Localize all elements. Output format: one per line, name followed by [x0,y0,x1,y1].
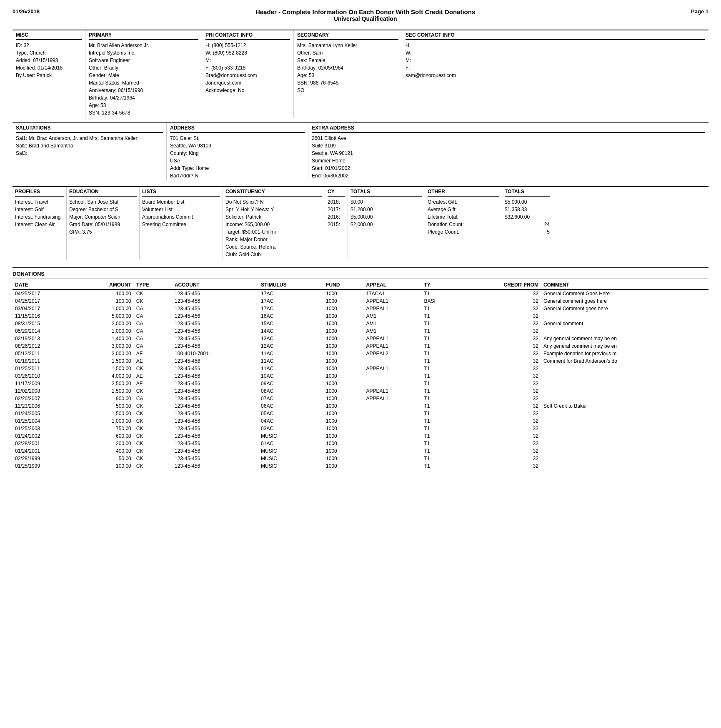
secondary-line: SSN: 988-76-6545 [297,79,398,87]
table-cell: 01/24/2001 [13,447,76,455]
table-cell: CK [134,289,172,297]
table-row: 02/28/2001200.00CK123-45-45601AC1000T132 [13,440,708,447]
table-cell: MUSIC [258,432,323,440]
table-cell: MUSIC [258,447,323,455]
table-cell: T1 [421,305,456,312]
sec-contact-line: sam@donorquest.com [406,72,705,79]
table-cell: 12/02/2008 [13,387,76,395]
table-cell: 1000 [323,447,363,455]
secondary-line: Sex: Female [297,57,398,64]
sec-contact-line: H: [406,42,705,49]
extra-address-column: EXTRA ADDRESS 2601 Elliott AveSuite 3109… [308,123,708,181]
misc-line: By User: Patrick [16,72,82,79]
table-cell [541,387,708,395]
table-cell: 1000 [323,289,363,297]
table-cell: CK [134,410,172,417]
constituency-line: Club: Gold Club [225,251,322,258]
table-cell: CK [134,417,172,425]
primary-line: Gender: Male [89,72,198,79]
table-cell: 1000 [323,365,363,372]
table-cell: 32 [456,289,541,297]
primary-column: PRIMARY Mr. Brad Allen Anderson Jr.Intre… [85,30,202,118]
education-line: School: San Jose Stat [69,198,137,206]
table-cell: T1 [421,417,456,425]
table-cell: 1000 [323,440,363,447]
table-cell: 11AC [258,357,323,365]
secondary-line: SO [297,87,398,94]
table-cell: 32 [456,447,541,455]
cy-year: 2015: [328,221,345,228]
pri-contact-line: F: (800) 533-9218 [205,64,290,72]
table-cell: 1000 [323,387,363,395]
table-cell: 1,400.00 [76,335,134,342]
table-row: 01/25/2003750.00CK123-45-45603AC1000T132 [13,425,708,432]
other-value-item: $5,000.00 [505,198,550,206]
table-cell: 32 [456,455,541,462]
table-row: 02/18/20111,500.00AE123-45-45611AC1000T1… [13,357,708,365]
table-cell: 1,500.00 [76,365,134,372]
primary-label: PRIMARY [89,32,198,40]
table-cell: 900.00 [76,395,134,402]
table-cell: 02/18/2011 [13,357,76,365]
table-cell: T1 [421,425,456,432]
table-cell: 100.00 [76,289,134,297]
table-cell: 17AC [258,289,323,297]
table-cell: 123-45-456 [172,417,258,425]
salutation-line: Sal1: Mr. Brad Anderson, Jr. and Mrs. Sa… [16,135,163,142]
donations-title: DONATIONS [13,268,708,279]
top-info-section: MISC ID: 32Type: ChurchAdded: 07/15/1998… [13,30,708,118]
other-labels-content: Greatest Gift:Average Gift:Lifetime Tota… [428,198,499,236]
table-cell: 32 [456,417,541,425]
table-cell: AE [134,350,172,357]
other-value-item: $1,358.33 [505,206,550,213]
other-label-item: Average Gift: [428,206,499,213]
table-cell: APPEAL1 [363,387,421,395]
address-column: ADDRESS 701 Galer St.Seattle, WA 98109Co… [167,123,308,181]
donations-col-header: DATE [13,281,76,289]
donations-body: 04/25/2017100.00CK123-45-45617AC100017AC… [13,289,708,470]
table-cell: 32 [456,432,541,440]
donations-col-header: ACCOUNT [172,281,258,289]
misc-column: MISC ID: 32Type: ChurchAdded: 07/15/1998… [13,30,85,118]
table-cell: 02/19/2013 [13,335,76,342]
table-cell [541,432,708,440]
table-cell [363,455,421,462]
table-cell: 03/04/2017 [13,305,76,312]
table-cell [541,440,708,447]
table-cell: CA [134,395,172,402]
profile-line: Interest: Clean Air [15,221,64,228]
table-cell: APPEAL1 [363,365,421,372]
table-cell: 09AC [258,380,323,387]
secondary-line: Age: 53 [297,72,398,79]
table-cell: 500.00 [76,402,134,410]
profile-line: Interest: Golf [15,206,64,213]
table-cell: 10AC [258,372,323,380]
table-cell: APPEAL2 [363,350,421,357]
misc-line: Modified: 01/14/2018 [16,64,82,72]
table-cell: AM1 [363,312,421,320]
other-totals-label: TOTALS [505,189,550,197]
table-cell: 32 [456,312,541,320]
profiles-section: PROFILES Interest: TravelInterest: GolfI… [13,186,708,260]
secondary-column: SECONDARY Mrs. Samantha Lynn KellerOther… [294,30,402,118]
table-cell: 32 [456,335,541,342]
table-cell: 1000 [323,350,363,357]
table-row: 08/31/20152,000.00CA123-45-45615AC1000AM… [13,320,708,327]
education-line: Grad Date: 05/01/1989 [69,221,137,228]
other-value-item: 5 [505,228,550,236]
table-row: 02/28/199950.00CK123-45-456MUSIC1000T132 [13,455,708,462]
table-row: 12/02/20081,500.00CK123-45-45608AC1000AP… [13,387,708,395]
table-cell: General comment [541,320,708,327]
donations-col-header: TYPE [134,281,172,289]
table-cell: 123-45-456 [172,335,258,342]
table-cell: 123-45-456 [172,402,258,410]
table-cell: 600.00 [76,432,134,440]
table-cell: 07AC [258,395,323,402]
sec-contact-line: F: [406,64,705,72]
primary-content: Mr. Brad Allen Anderson Jr.Intrepid Syst… [89,42,198,117]
misc-line: Type: Church [16,49,82,57]
table-cell: 14AC [258,327,323,335]
table-cell: CA [134,320,172,327]
table-row: 12/23/2006500.00CK123-45-45606AC1000T132… [13,402,708,410]
table-cell: 1000 [323,402,363,410]
